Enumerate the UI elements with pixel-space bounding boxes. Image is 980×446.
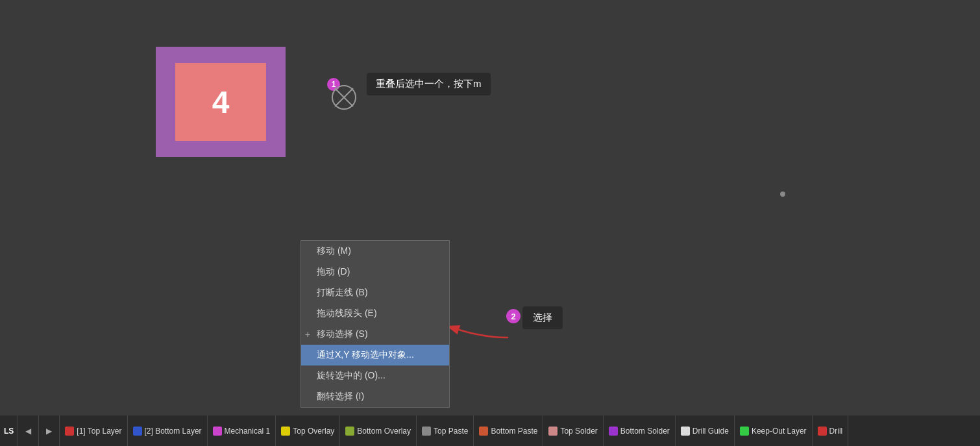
keepout-label: Keep-Out Layer (752, 427, 807, 436)
top-overlay-label: Top Overlay (293, 427, 334, 436)
layer-bottom-paste[interactable]: Bottom Paste (474, 415, 543, 446)
context-menu: 移动 (M) 拖动 (D) 打断走线 (B) 拖动线段头 (E) + 移动选择 … (300, 240, 450, 408)
ls-label: LS (4, 427, 14, 436)
menu-item-drag[interactable]: 拖动 (D) (301, 262, 449, 282)
mechanical-layer-color (213, 427, 222, 436)
keepout-color (740, 427, 749, 436)
bottom-overlay-label: Bottom Overlay (357, 427, 411, 436)
bottom-paste-label: Bottom Paste (491, 427, 537, 436)
menu-item-move[interactable]: 移动 (M) (301, 241, 449, 262)
top-layer-label: [1] Top Layer (77, 427, 121, 436)
tooltip2-text: 选择 (533, 312, 552, 324)
pcb-number: 4 (212, 84, 230, 120)
step2-badge: 2 (506, 309, 521, 323)
drill-color (818, 427, 827, 436)
status-bar: LS ◀ ▶ [1] Top Layer [2] Bottom Layer Me… (0, 415, 980, 446)
next-layer-button[interactable]: ▶ (44, 427, 54, 436)
bottom-overlay-color (345, 427, 354, 436)
canvas-area: 4 1 重叠后选中一个，按下m 移动 (M) 拖动 (D) 打断走线 (B) 拖… (0, 0, 980, 415)
mechanical-layer-label: Mechanical 1 (225, 427, 271, 436)
drill-guide-color (681, 427, 690, 436)
menu-item-flip[interactable]: 翻转选择 (I) (301, 386, 449, 407)
bottom-solder-label: Bottom Solder (620, 427, 670, 436)
pcb-inner: 4 (175, 63, 266, 141)
layer-keepout[interactable]: Keep-Out Layer (735, 415, 813, 446)
top-paste-label: Top Paste (434, 427, 468, 436)
layer-top-paste[interactable]: Top Paste (417, 415, 474, 446)
bottom-layer-color (133, 427, 142, 436)
bottom-paste-color (479, 427, 488, 436)
layer-top-solder[interactable]: Top Solder (543, 415, 603, 446)
tooltip-step1: 重叠后选中一个，按下m (367, 73, 491, 95)
arrow-indicator (443, 318, 521, 357)
menu-item-rotate[interactable]: 旋转选中的 (O)... (301, 365, 449, 386)
menu-item-drag-segment[interactable]: 拖动线段头 (E) (301, 303, 449, 324)
layer-bottom[interactable]: [2] Bottom Layer (128, 415, 208, 446)
pcb-component: 4 (156, 47, 286, 157)
menu-item-move-xy[interactable]: 通过X,Y 移动选中对象... (301, 345, 449, 365)
dot-decoration (780, 192, 785, 197)
layer-drill-guide[interactable]: Drill Guide (676, 415, 735, 446)
bottom-layer-label: [2] Bottom Layer (145, 427, 202, 436)
top-layer-color (65, 427, 74, 436)
layer-drill[interactable]: Drill (813, 415, 849, 446)
bottom-solder-color (609, 427, 618, 436)
top-solder-color (548, 427, 557, 436)
layer-top-overlay[interactable]: Top Overlay (276, 415, 340, 446)
top-paste-color (422, 427, 431, 436)
tooltip-step2: 选择 (522, 306, 563, 329)
drill-label: Drill (829, 427, 843, 436)
prev-layer-button[interactable]: ◀ (23, 427, 33, 436)
menu-item-move-selection[interactable]: + 移动选择 (S) (301, 324, 449, 345)
menu-item-break[interactable]: 打断走线 (B) (301, 282, 449, 303)
circle-x-icon (331, 84, 357, 110)
layer-bottom-solder[interactable]: Bottom Solder (604, 415, 676, 446)
top-overlay-color (281, 427, 290, 436)
plus-icon: + (305, 329, 310, 340)
nav-prev[interactable]: ◀ (18, 415, 39, 446)
layer-bottom-overlay[interactable]: Bottom Overlay (340, 415, 417, 446)
nav-next[interactable]: ▶ (39, 415, 60, 446)
top-solder-label: Top Solder (560, 427, 597, 436)
layer-mechanical[interactable]: Mechanical 1 (208, 415, 276, 446)
layer-top[interactable]: [1] Top Layer (60, 415, 127, 446)
tooltip1-text: 重叠后选中一个，按下m (376, 78, 482, 90)
status-ls: LS (0, 415, 18, 446)
drill-guide-label: Drill Guide (692, 427, 729, 436)
